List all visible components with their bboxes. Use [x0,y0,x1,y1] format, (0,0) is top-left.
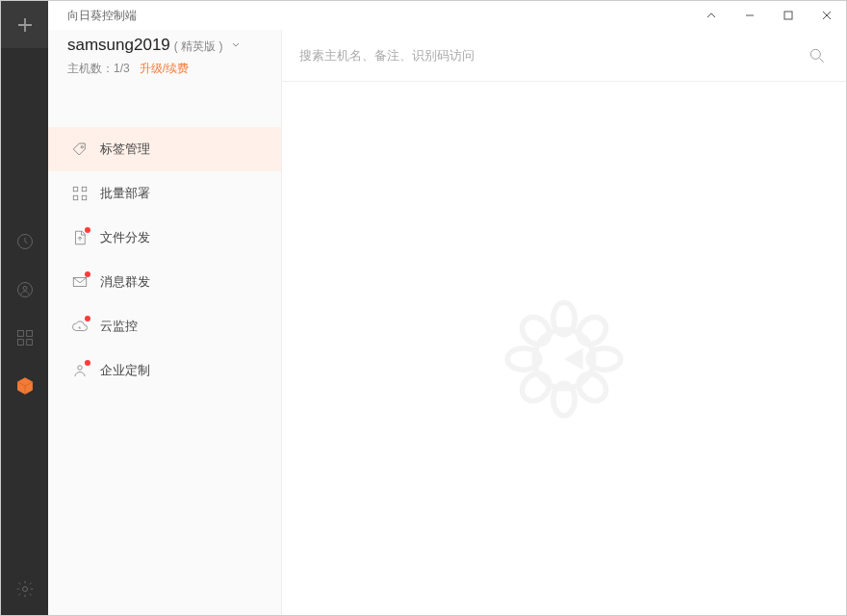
enterprise-icon [71,362,89,379]
notification-dot [85,360,90,366]
svg-rect-11 [82,187,87,192]
chevron-up-icon[interactable] [692,1,731,30]
menu-label: 消息群发 [100,273,150,291]
menu-label: 云监控 [100,318,138,335]
menu-label: 标签管理 [100,141,150,158]
menu-label: 企业定制 [100,362,150,379]
menu-item-files[interactable]: 文件分发 [48,216,281,260]
svg-point-24 [517,369,555,407]
add-button[interactable] [1,1,48,48]
svg-point-25 [574,369,612,407]
menu-item-tags[interactable]: 标签管理 [48,127,281,171]
upgrade-link[interactable]: 升级/续费 [140,62,189,75]
hosts-count: 1/3 [114,62,130,75]
tag-icon [71,141,89,158]
svg-rect-4 [26,330,32,336]
menu-item-monitor[interactable]: 云监控 [48,304,281,348]
menu-label: 批量部署 [100,185,150,202]
account-dropdown-icon[interactable] [230,38,242,53]
account-block: samsung2019 ( 精英版 ) 主机数：1/3 升级/续费 [48,30,281,89]
cloud-icon [71,318,89,335]
svg-rect-6 [26,339,32,345]
notification-dot [85,227,90,233]
cube-icon[interactable] [14,375,36,397]
deploy-icon [71,185,89,202]
notification-dot [85,316,90,321]
menu-item-msg[interactable]: 消息群发 [48,260,281,304]
content-canvas [282,82,846,615]
svg-rect-12 [73,195,78,200]
settings-icon[interactable] [14,578,36,600]
menu-item-custom[interactable]: 企业定制 [48,348,281,393]
svg-point-23 [574,312,612,350]
menu-label: 文件分发 [100,229,150,246]
account-name: samsung2019 [67,36,170,55]
content [282,30,846,615]
hosts-label: 主机数： [67,62,114,75]
minimize-button[interactable] [731,1,769,30]
svg-rect-5 [17,339,23,345]
notification-dot [85,271,90,277]
account-plan: ( 精英版 ) [174,38,223,55]
mail-icon [71,273,89,291]
menu: 标签管理 批量部署 文件分发 [48,127,281,393]
svg-point-22 [517,312,555,350]
clock-icon[interactable] [14,231,36,252]
app-title: 向日葵控制端 [67,8,137,24]
main-area: 向日葵控制端 samsung2019 ( 精英版 ) [48,1,846,615]
svg-rect-10 [73,187,78,192]
searchbar [282,30,846,82]
menu-item-deploy[interactable]: 批量部署 [48,171,281,216]
watermark-icon [497,292,631,426]
close-button[interactable] [808,1,846,30]
svg-rect-3 [17,330,23,336]
svg-point-9 [81,146,83,148]
grid-icon[interactable] [14,327,36,348]
svg-point-7 [22,587,27,592]
svg-point-15 [78,366,83,371]
search-icon[interactable] [808,46,827,65]
search-input[interactable] [299,48,808,63]
sidebar: samsung2019 ( 精英版 ) 主机数：1/3 升级/续费 标签管 [48,30,282,615]
svg-point-16 [810,49,820,59]
svg-point-2 [23,286,27,290]
left-rail [1,1,48,615]
svg-rect-8 [784,12,792,19]
maximize-button[interactable] [769,1,808,30]
file-icon [71,229,89,246]
svg-rect-13 [82,195,87,200]
titlebar: 向日葵控制端 [48,1,846,30]
target-icon[interactable] [14,279,36,300]
